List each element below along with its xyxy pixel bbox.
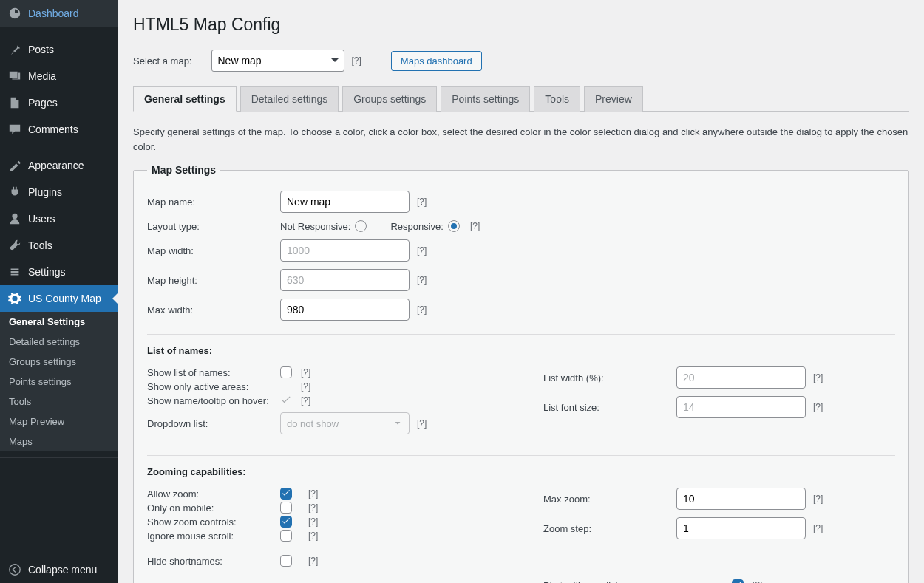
max-zoom-input[interactable]: [676, 488, 806, 510]
select-map-label: Select a map:: [133, 55, 192, 67]
help-icon[interactable]: [?]: [308, 488, 318, 499]
help-icon[interactable]: [?]: [301, 395, 310, 406]
collapse-icon: [7, 562, 22, 577]
svg-point-0: [10, 565, 20, 575]
hide-short-checkbox[interactable]: [280, 555, 292, 567]
show-list-checkbox[interactable]: [280, 366, 292, 378]
submenu-groups-settings[interactable]: Groups settings: [0, 352, 118, 372]
select-map-dropdown[interactable]: New map: [211, 50, 344, 72]
help-icon[interactable]: [?]: [352, 55, 361, 66]
map-name-label: Map name:: [147, 197, 280, 208]
sidebar-item-users[interactable]: Users: [0, 205, 118, 232]
pin-icon: [7, 42, 22, 57]
submenu-map-preview[interactable]: Map Preview: [0, 412, 118, 432]
list-width-input: [676, 366, 806, 389]
zoom-header: Zooming capabilities:: [147, 466, 895, 477]
help-icon[interactable]: [?]: [417, 304, 427, 315]
show-list-label: Show list of names:: [147, 367, 280, 378]
sidebar-label: Comments: [28, 123, 78, 135]
map-name-input[interactable]: [280, 191, 410, 213]
help-icon[interactable]: [?]: [308, 502, 318, 513]
maps-dashboard-button[interactable]: Maps dashboard: [391, 51, 482, 71]
not-responsive-radio[interactable]: [355, 220, 367, 232]
show-controls-label: Show zoom controls:: [147, 516, 280, 528]
map-select-row: Select a map: New map [?] Maps dashboard: [133, 50, 909, 72]
sidebar-label: Pages: [28, 97, 58, 109]
help-icon[interactable]: [?]: [301, 367, 310, 378]
tab-tools[interactable]: Tools: [534, 86, 580, 112]
help-icon[interactable]: [?]: [813, 523, 823, 533]
max-width-label: Max width:: [147, 304, 280, 316]
tab-groups-settings[interactable]: Groups settings: [342, 86, 437, 112]
chevron-down-icon: [393, 418, 403, 429]
sidebar-item-us-county-map[interactable]: US County Map: [0, 285, 118, 312]
sidebar-label: Appearance: [28, 160, 84, 171]
help-icon[interactable]: [?]: [417, 418, 427, 429]
help-icon[interactable]: [?]: [417, 275, 427, 285]
sidebar-item-plugins[interactable]: Plugins: [0, 179, 118, 205]
allow-zoom-checkbox[interactable]: [280, 488, 292, 500]
submenu-detailed-settings[interactable]: Detailed settings: [0, 332, 118, 352]
ignore-scroll-checkbox[interactable]: [280, 530, 292, 542]
only-mobile-checkbox[interactable]: [280, 502, 292, 514]
help-icon[interactable]: [?]: [813, 494, 823, 504]
users-icon: [7, 211, 22, 226]
pin-tooltip-checkbox[interactable]: [732, 579, 744, 583]
ignore-scroll-label: Ignore mouse scroll:: [147, 531, 280, 542]
pin-tooltip-label: Pin tooltip on click:: [543, 580, 732, 584]
help-icon[interactable]: [?]: [301, 381, 310, 392]
show-hover-checkbox[interactable]: [280, 395, 292, 406]
submenu-maps[interactable]: Maps: [0, 432, 118, 451]
help-icon[interactable]: [?]: [308, 516, 318, 527]
sidebar-item-dashboard[interactable]: Dashboard: [0, 0, 118, 27]
sidebar-item-comments[interactable]: Comments: [0, 116, 118, 143]
collapse-label: Collapse menu: [28, 564, 97, 576]
dropdown-select[interactable]: do not show: [280, 412, 410, 434]
sidebar-item-media[interactable]: Media: [0, 63, 118, 89]
max-width-input[interactable]: [280, 299, 410, 321]
submenu-points-settings[interactable]: Points settings: [0, 372, 118, 392]
dropdown-label: Dropdown list:: [147, 418, 280, 429]
help-icon[interactable]: [?]: [308, 556, 318, 566]
tabs: General settings Detailed settings Group…: [133, 86, 909, 112]
submenu-tools[interactable]: Tools: [0, 392, 118, 412]
list-font-input: [676, 396, 806, 418]
zoom-step-input[interactable]: [676, 517, 806, 539]
submenu-general-settings[interactable]: General Settings: [0, 312, 118, 332]
map-settings-fieldset: Map Settings Map name: [?] Layout type: …: [133, 164, 909, 583]
sidebar-submenu: General Settings Detailed settings Group…: [0, 312, 118, 451]
comments-icon: [7, 122, 22, 137]
dashboard-icon: [7, 6, 22, 21]
list-names-header: List of names:: [147, 345, 895, 356]
help-icon[interactable]: [?]: [813, 402, 823, 412]
help-icon[interactable]: [?]: [417, 245, 427, 256]
show-hover-label: Show name/tooltip on hover:: [147, 395, 280, 406]
tab-general-settings[interactable]: General settings: [133, 86, 237, 112]
help-icon[interactable]: [?]: [813, 372, 823, 383]
tab-preview[interactable]: Preview: [584, 86, 643, 112]
admin-sidebar: Dashboard Posts Media Pages Comments App…: [0, 0, 118, 583]
allow-zoom-label: Allow zoom:: [147, 488, 280, 500]
show-controls-checkbox[interactable]: [280, 516, 292, 528]
collapse-menu[interactable]: Collapse menu: [0, 556, 118, 583]
sidebar-item-tools[interactable]: Tools: [0, 232, 118, 259]
gear-icon: [7, 291, 22, 306]
list-width-label: List width (%):: [543, 372, 676, 383]
settings-icon: [7, 265, 22, 279]
help-icon[interactable]: [?]: [308, 531, 318, 541]
sidebar-label: Settings: [28, 266, 66, 278]
sidebar-item-posts[interactable]: Posts: [0, 36, 118, 63]
help-icon[interactable]: [?]: [470, 221, 480, 231]
sidebar-label: Posts: [28, 44, 54, 55]
tab-detailed-settings[interactable]: Detailed settings: [240, 86, 339, 112]
sidebar-item-settings[interactable]: Settings: [0, 259, 118, 285]
help-icon[interactable]: [?]: [753, 580, 762, 583]
responsive-radio[interactable]: [448, 220, 460, 232]
help-icon[interactable]: [?]: [417, 197, 427, 207]
sidebar-label: Plugins: [28, 186, 62, 198]
media-icon: [7, 69, 22, 83]
sidebar-item-appearance[interactable]: Appearance: [0, 152, 118, 179]
tab-points-settings[interactable]: Points settings: [441, 86, 530, 112]
show-active-label: Show only active areas:: [147, 381, 280, 392]
sidebar-item-pages[interactable]: Pages: [0, 89, 118, 116]
